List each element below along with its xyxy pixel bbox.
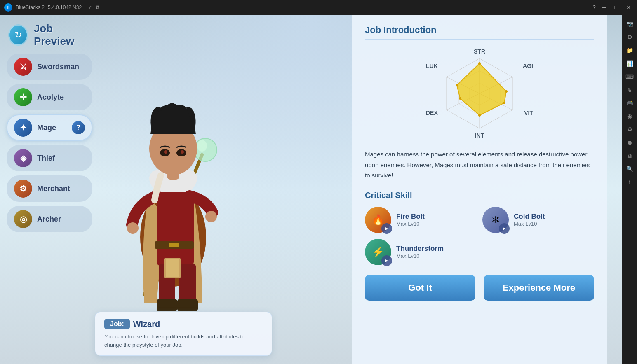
svg-rect-4	[157, 192, 194, 266]
job-tooltip-value: Wizard	[133, 320, 160, 329]
svg-point-32	[456, 84, 458, 86]
thunderstorm-info: Thunderstorm Max Lv10	[396, 245, 477, 259]
header-bar: ↻ Job Preview	[0, 15, 99, 54]
svg-rect-9	[157, 299, 177, 311]
minimize-button[interactable]: ─	[601, 4, 608, 11]
swordsman-label: Swordsman	[37, 63, 79, 71]
bs-tool-mouse[interactable]: 🖱	[624, 84, 635, 96]
bs-tool-search[interactable]: 🔍	[624, 163, 635, 175]
job-description: Mages can harness the power of several e…	[365, 149, 594, 181]
critical-skill-title: Critical Skill	[365, 191, 594, 200]
archer-label: Archer	[37, 215, 61, 224]
bs-tool-game[interactable]: 🎮	[624, 97, 635, 109]
left-panel: ↻ Job Preview ⚔ Swordsman ✛ Acolyte ✦ Ma…	[0, 15, 99, 364]
svg-point-30	[505, 90, 508, 93]
job-tooltip-label: Job:	[104, 319, 130, 329]
bs-tool-instance[interactable]: ⧉	[624, 150, 635, 161]
help-icon[interactable]: ?	[592, 4, 595, 11]
svg-rect-6	[169, 243, 179, 247]
job-list: ⚔ Swordsman ✛ Acolyte ✦ Mage ? ◈ Thief	[0, 54, 99, 232]
mage-icon: ✦	[14, 119, 32, 137]
job-tooltip-header: Job: Wizard	[104, 319, 263, 329]
radar-wrapper: STR AGI VIT INT DEX LUK	[422, 46, 537, 141]
skill-item-cold-bolt: ❄ ▶ Cold Bolt Max Lv10	[482, 207, 594, 233]
character-svg	[103, 40, 243, 336]
bs-tool-keyboard[interactable]: ⌨	[624, 71, 635, 82]
sidebar-item-thief[interactable]: ◈ Thief	[7, 145, 92, 171]
thunderstorm-level: Max Lv10	[396, 253, 477, 259]
cold-bolt-info: Cold Bolt Max Lv10	[514, 212, 594, 227]
svg-point-11	[205, 211, 217, 222]
thunderstorm-name: Thunderstorm	[396, 245, 477, 253]
titlebar: B BlueStacks 2 5.4.0.1042 N32 ⌂ ⧉ ? ─ □ …	[0, 0, 637, 15]
maximize-button[interactable]: □	[613, 4, 620, 11]
bs-tool-folder[interactable]: 📁	[624, 44, 635, 56]
thunderstorm-icon: ⚡ ▶	[365, 239, 391, 265]
svg-point-29	[503, 102, 505, 104]
sidebar-item-archer[interactable]: ◎ Archer	[7, 206, 92, 232]
radar-chart-container: STR AGI VIT INT DEX LUK	[365, 46, 594, 141]
cold-bolt-play-button[interactable]: ▶	[499, 223, 510, 234]
bs-tool-macro[interactable]: ⏺	[624, 137, 635, 148]
radar-svg	[434, 54, 525, 133]
skill-item-fire-bolt: 🔥 ▶ Fire Bolt Max Lv10	[365, 207, 477, 233]
mage-label: Mage	[37, 124, 56, 132]
acolyte-icon: ✛	[14, 88, 32, 106]
main-content: ↻ Job Preview ⚔ Swordsman ✛ Acolyte ✦ Ma…	[0, 15, 637, 364]
merchant-icon: ⚙	[14, 180, 32, 198]
fire-bolt-icon: 🔥 ▶	[365, 207, 391, 233]
fire-bolt-name: Fire Bolt	[396, 212, 477, 221]
refresh-button[interactable]: ↻	[8, 24, 28, 46]
bluestacks-logo: B	[4, 3, 12, 12]
game-area: ↻ Job Preview ⚔ Swordsman ✛ Acolyte ✦ Ma…	[0, 15, 622, 364]
titlebar-version: 5.4.0.1042 N32	[48, 5, 82, 10]
sidebar-item-acolyte[interactable]: ✛ Acolyte	[7, 84, 92, 110]
stat-str-label: STR	[474, 48, 485, 55]
svg-point-33	[459, 97, 461, 100]
svg-rect-10	[177, 299, 198, 311]
archer-icon: ◎	[14, 210, 32, 228]
bs-tool-eco[interactable]: ♻	[624, 124, 635, 135]
job-tooltip: Job: Wizard You can choose to develop di…	[95, 312, 272, 356]
character-area	[87, 15, 260, 336]
right-panel: Job Introduction STR AGI VIT INT DEX LUK	[352, 15, 607, 364]
got-it-button[interactable]: Got It	[365, 275, 475, 301]
home-icon[interactable]: ⌂	[89, 4, 92, 11]
experience-more-button[interactable]: Experience More	[484, 275, 594, 301]
bs-tool-info[interactable]: ℹ	[624, 176, 635, 188]
job-tooltip-description: You can choose to develop different buil…	[104, 333, 263, 349]
mage-info-button[interactable]: ?	[72, 121, 85, 134]
skill-item-thunderstorm: ⚡ ▶ Thunderstorm Max Lv10	[365, 239, 477, 265]
fire-bolt-play-button[interactable]: ▶	[381, 223, 392, 234]
stat-int-label: INT	[475, 132, 484, 139]
bs-tool-settings[interactable]: ⚙	[624, 31, 635, 43]
svg-point-18	[181, 150, 184, 154]
sidebar-item-merchant[interactable]: ⚙ Merchant	[7, 175, 92, 202]
acolyte-label: Acolyte	[37, 93, 64, 102]
bs-tool-screenshot[interactable]: 📷	[624, 18, 635, 30]
fire-bolt-level: Max Lv10	[396, 221, 477, 227]
skills-grid: 🔥 ▶ Fire Bolt Max Lv10 ❄ ▶ Cold B	[365, 207, 594, 265]
cold-bolt-level: Max Lv10	[514, 221, 594, 227]
svg-point-17	[164, 150, 167, 154]
thunderstorm-play-button[interactable]: ▶	[381, 255, 392, 266]
svg-point-28	[478, 114, 481, 117]
svg-point-2	[197, 140, 207, 152]
thief-icon: ◈	[14, 149, 32, 167]
sidebar-item-swordsman[interactable]: ⚔ Swordsman	[7, 54, 92, 80]
fire-bolt-info: Fire Bolt Max Lv10	[396, 212, 477, 227]
titlebar-app-name: BlueStacks 2	[16, 5, 45, 10]
copy-icon[interactable]: ⧉	[96, 4, 99, 11]
close-button[interactable]: ✕	[625, 4, 633, 11]
sidebar-item-mage[interactable]: ✦ Mage ?	[7, 114, 92, 141]
svg-point-31	[478, 62, 481, 65]
page-title: Job Preview	[34, 22, 91, 48]
swordsman-icon: ⚔	[14, 58, 32, 76]
bs-tool-stats[interactable]: 📊	[624, 58, 635, 69]
svg-marker-27	[457, 63, 506, 115]
bs-tool-controls[interactable]: ◉	[624, 110, 635, 122]
stat-vit-label: VIT	[524, 110, 533, 116]
titlebar-controls: ? ─ □ ✕	[592, 4, 633, 11]
thief-label: Thief	[37, 154, 55, 163]
action-buttons: Got It Experience More	[365, 275, 594, 301]
